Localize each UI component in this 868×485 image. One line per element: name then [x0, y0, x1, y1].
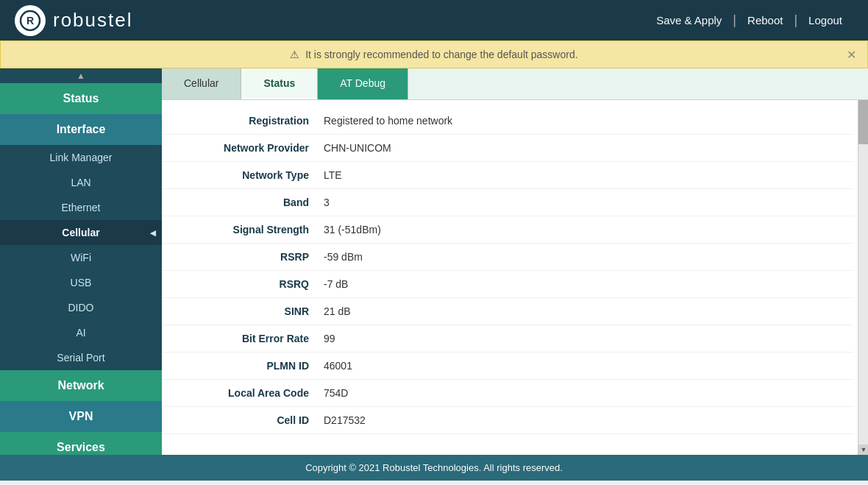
table-row: SINR 21 dB — [162, 298, 853, 325]
sidebar-section-network[interactable]: Network — [0, 370, 162, 401]
scrollbar-thumb[interactable] — [858, 100, 868, 144]
header-actions: Save & Apply | Reboot | Logout — [645, 13, 853, 28]
label-cell-id: Cell ID — [177, 414, 324, 426]
label-registration: Registration — [177, 115, 324, 127]
main-layout: ▲ Status Interface Link Manager LAN Ethe… — [0, 68, 868, 455]
data-content: Registration Registered to home network … — [162, 100, 868, 442]
header: R robustel Save & Apply | Reboot | Logou… — [0, 0, 868, 40]
table-row: Network Type LTE — [162, 162, 853, 189]
value-plmn-id: 46001 — [324, 360, 352, 372]
logo-icon: R — [15, 5, 46, 36]
value-rsrq: -7 dB — [324, 278, 348, 290]
table-row: RSRP -59 dBm — [162, 244, 853, 271]
label-bit-error-rate: Bit Error Rate — [177, 333, 324, 344]
value-signal-strength: 31 (-51dBm) — [324, 224, 381, 236]
tab-status[interactable]: Status — [241, 68, 318, 99]
label-network-provider: Network Provider — [177, 142, 324, 154]
label-rsrp: RSRP — [177, 251, 324, 263]
value-registration: Registered to home network — [324, 115, 452, 127]
label-signal-strength: Signal Strength — [177, 224, 324, 236]
value-band: 3 — [324, 197, 330, 208]
table-row: PLMN ID 46001 — [162, 353, 853, 380]
label-sinr: SINR — [177, 305, 324, 317]
warning-close-button[interactable]: ✕ — [847, 48, 856, 62]
table-row: RSRQ -7 dB — [162, 271, 853, 298]
table-row: Registration Registered to home network — [162, 107, 853, 135]
value-cell-id: D217532 — [324, 414, 366, 426]
sidebar-item-ai[interactable]: AI — [0, 320, 162, 345]
sidebar-item-usb[interactable]: USB — [0, 270, 162, 295]
scrollbar-down-arrow[interactable]: ▼ — [858, 445, 868, 455]
sidebar-section-vpn[interactable]: VPN — [0, 401, 162, 432]
sidebar-item-ethernet[interactable]: Ethernet — [0, 195, 162, 220]
value-bit-error-rate: 99 — [324, 333, 335, 344]
sidebar-section-status[interactable]: Status — [0, 83, 162, 114]
table-row: Bit Error Rate 99 — [162, 325, 853, 353]
warning-icon: ⚠ — [290, 49, 305, 60]
value-network-type: LTE — [324, 169, 342, 181]
content-area: Cellular Status AT Debug Registration Re… — [162, 68, 868, 455]
sidebar-item-lan[interactable]: LAN — [0, 170, 162, 195]
logout-button[interactable]: Logout — [797, 14, 853, 26]
label-local-area-code: Local Area Code — [177, 387, 324, 399]
logo-area: R robustel — [15, 5, 133, 36]
table-row: Cell ID D217532 — [162, 407, 853, 434]
value-network-provider: CHN-UNICOM — [324, 142, 391, 154]
tab-cellular[interactable]: Cellular — [162, 68, 241, 99]
tab-at-debug[interactable]: AT Debug — [318, 68, 408, 99]
sidebar-scroll-up[interactable]: ▲ — [0, 68, 162, 83]
table-row: Network Provider CHN-UNICOM — [162, 135, 853, 162]
table-row: Signal Strength 31 (-51dBm) — [162, 216, 853, 244]
save-apply-button[interactable]: Save & Apply — [645, 14, 733, 26]
value-rsrp: -59 dBm — [324, 251, 363, 263]
label-plmn-id: PLMN ID — [177, 360, 324, 372]
value-local-area-code: 754D — [324, 387, 348, 399]
table-row: Band 3 — [162, 189, 853, 216]
tabs: Cellular Status AT Debug — [162, 68, 868, 100]
scrollbar-track[interactable]: ▼ — [858, 100, 868, 455]
value-sinr: 21 dB — [324, 305, 351, 317]
table-row: Local Area Code 754D — [162, 380, 853, 407]
data-panel: Registration Registered to home network … — [162, 100, 868, 455]
sidebar-item-cellular[interactable]: Cellular — [0, 220, 162, 245]
sidebar-item-link-manager[interactable]: Link Manager — [0, 145, 162, 170]
reboot-button[interactable]: Reboot — [736, 14, 794, 26]
label-rsrq: RSRQ — [177, 278, 324, 290]
footer: Copyright © 2021 Robustel Technologies. … — [0, 455, 868, 481]
sidebar-item-serial-port[interactable]: Serial Port — [0, 345, 162, 370]
footer-text: Copyright © 2021 Robustel Technologies. … — [305, 462, 563, 473]
sidebar-section-services[interactable]: Services — [0, 432, 162, 455]
warning-banner: ⚠ It is strongly recommended to change t… — [0, 40, 868, 68]
sidebar-section-interface[interactable]: Interface — [0, 114, 162, 145]
logo-text: robustel — [53, 9, 133, 32]
sidebar-item-dido[interactable]: DIDO — [0, 295, 162, 320]
warning-text: It is strongly recommended to change the… — [305, 49, 577, 60]
label-band: Band — [177, 197, 324, 208]
svg-text:R: R — [26, 15, 34, 26]
sidebar: ▲ Status Interface Link Manager LAN Ethe… — [0, 68, 162, 455]
label-network-type: Network Type — [177, 169, 324, 181]
sidebar-item-wifi[interactable]: WiFi — [0, 245, 162, 270]
